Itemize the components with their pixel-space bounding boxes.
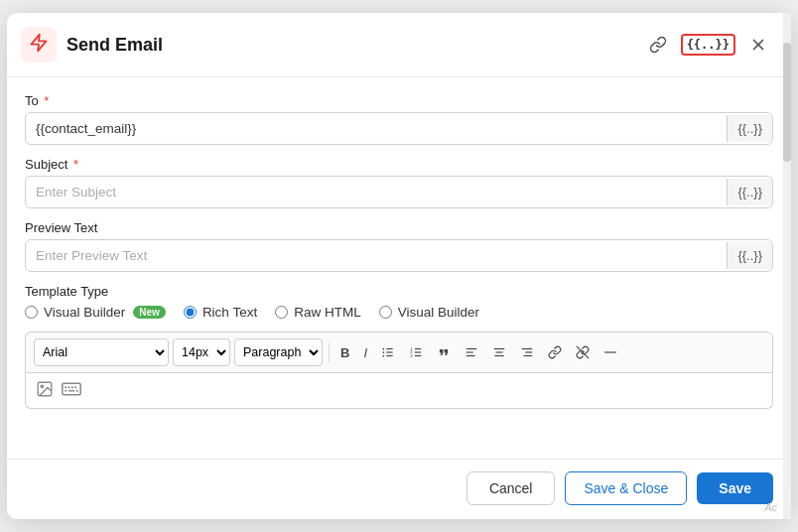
subject-template-btn[interactable]: {{..}} [727, 179, 772, 205]
editor-toolbar: Arial Georgia Times New Roman 12px 14px … [25, 332, 773, 373]
to-input[interactable] [26, 113, 727, 144]
watermark: Ac [764, 501, 777, 513]
insert-link-button[interactable] [543, 342, 567, 362]
align-right-button[interactable] [515, 342, 539, 362]
svg-point-8 [382, 355, 384, 357]
template-variable-icon: {{..}} [687, 38, 730, 52]
preview-text-field-row: {{..}} [25, 239, 773, 272]
save-button[interactable]: Save [697, 472, 773, 504]
font-size-select[interactable]: 12px 14px 16px [173, 338, 230, 366]
radio-visual-builder[interactable]: Visual Builder New [25, 305, 166, 320]
radio-rich-text[interactable]: Rich Text [184, 305, 257, 320]
cancel-button[interactable]: Cancel [466, 471, 556, 505]
svg-rect-28 [63, 383, 80, 395]
scrollbar-thumb[interactable] [783, 43, 791, 162]
paragraph-style-select[interactable]: Paragraph Heading 1 Heading 2 [234, 338, 323, 366]
editor-keyboard-icon[interactable] [62, 382, 81, 400]
link-button[interactable] [643, 32, 673, 58]
send-email-modal: Send Email {{..}} To * [7, 13, 791, 519]
radio-visual-builder2-label: Visual Builder [398, 305, 479, 320]
preview-text-field-group: Preview Text {{..}} [25, 220, 773, 272]
template-variable-button[interactable]: {{..}} [681, 34, 735, 56]
subject-field-row: {{..}} [25, 176, 773, 208]
modal-header: Send Email {{..}} [7, 13, 791, 77]
radio-raw-html[interactable]: Raw HTML [275, 305, 361, 320]
radio-rich-text-label: Rich Text [202, 305, 257, 320]
radio-raw-html-label: Raw HTML [294, 305, 361, 320]
svg-marker-0 [32, 35, 47, 52]
editor-area[interactable] [25, 373, 773, 409]
new-badge: New [133, 306, 166, 319]
align-left-button[interactable] [460, 342, 483, 362]
header-actions: {{..}} [643, 32, 773, 58]
radio-visual-builder-input[interactable] [25, 306, 38, 319]
align-center-button[interactable] [487, 342, 511, 362]
bold-button[interactable]: B [335, 342, 354, 363]
editor-icon-row [36, 380, 81, 402]
radio-rich-text-input[interactable] [184, 306, 197, 319]
editor-section: Arial Georgia Times New Roman 12px 14px … [25, 332, 773, 409]
horizontal-rule-button[interactable] [598, 342, 622, 362]
radio-group: Visual Builder New Rich Text Raw HTML Vi… [25, 305, 773, 320]
radio-visual-builder2-input[interactable] [379, 306, 392, 319]
to-template-btn[interactable]: {{..}} [727, 115, 772, 142]
scrollbar-track[interactable] [783, 13, 791, 519]
modal-footer: Cancel Save & Close Save [7, 459, 791, 519]
modal-body: To * {{..}} Subject * {{..}} Preview Tex… [7, 77, 791, 459]
svg-point-27 [41, 385, 43, 387]
editor-image-icon[interactable] [36, 380, 54, 402]
modal-title: Send Email [66, 35, 643, 56]
preview-text-input[interactable] [26, 240, 727, 271]
svg-point-6 [382, 348, 384, 350]
send-email-icon [29, 33, 49, 57]
toolbar-divider-1 [329, 342, 330, 362]
blockquote-button[interactable] [432, 342, 456, 362]
radio-visual-builder-label: Visual Builder [44, 305, 125, 320]
save-close-button[interactable]: Save & Close [565, 471, 687, 505]
unordered-list-button[interactable] [376, 342, 400, 362]
template-type-label: Template Type [25, 284, 773, 299]
unlink-button[interactable] [571, 342, 595, 362]
svg-point-7 [382, 351, 384, 353]
to-field-row: {{..}} [25, 112, 773, 145]
preview-text-template-btn[interactable]: {{..}} [727, 242, 772, 269]
font-family-select[interactable]: Arial Georgia Times New Roman [34, 338, 169, 366]
to-label: To * [25, 93, 773, 108]
template-type-section: Template Type Visual Builder New Rich Te… [25, 284, 773, 320]
subject-label: Subject * [25, 157, 773, 172]
subject-required-marker: * [69, 157, 78, 172]
ordered-list-button[interactable]: 123 [404, 342, 428, 362]
subject-input[interactable] [26, 177, 727, 207]
to-required-marker: * [41, 93, 50, 108]
to-field-group: To * {{..}} [25, 93, 773, 145]
subject-field-group: Subject * {{..}} [25, 157, 773, 208]
radio-raw-html-input[interactable] [275, 306, 288, 319]
preview-text-label: Preview Text [25, 220, 773, 235]
close-button[interactable] [743, 32, 773, 58]
svg-text:3: 3 [410, 353, 413, 358]
italic-button[interactable]: I [358, 342, 372, 363]
header-icon-wrap [21, 27, 57, 63]
radio-visual-builder2[interactable]: Visual Builder [379, 305, 479, 320]
